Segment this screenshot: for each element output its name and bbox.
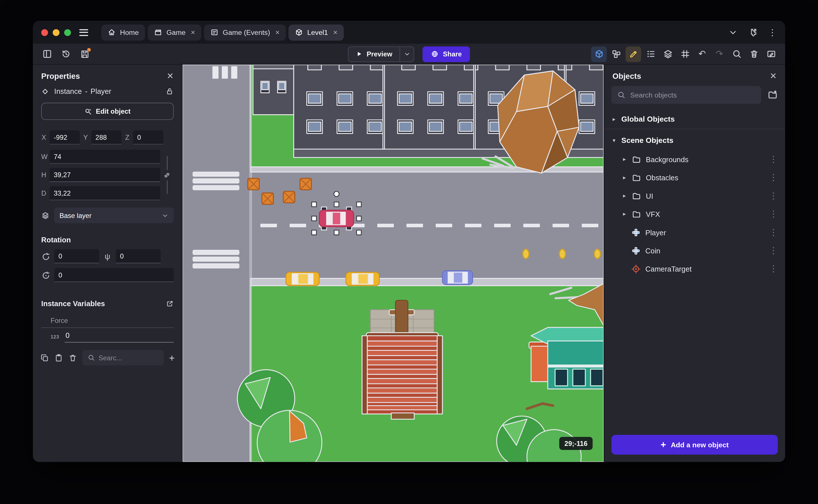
variable-name[interactable]: Force xyxy=(41,313,174,328)
folder-icon xyxy=(632,191,641,200)
add-new-object-button[interactable]: + Add a new object xyxy=(612,435,778,455)
tab-level1[interactable]: Level1 × xyxy=(288,24,344,41)
globe-icon xyxy=(431,50,439,58)
row-options-icon[interactable]: ⋮ xyxy=(769,191,778,200)
layer-select[interactable]: Base layer xyxy=(54,207,174,223)
close-properties-icon[interactable]: ✕ xyxy=(167,72,174,80)
scene-properties-icon[interactable] xyxy=(763,46,779,62)
chevron-right-icon: ▸ xyxy=(622,193,627,199)
teal-building[interactable] xyxy=(529,327,604,389)
objects-search-box[interactable] xyxy=(612,86,761,104)
folder-label: Obstacles xyxy=(646,173,678,182)
save-icon[interactable] xyxy=(77,46,92,62)
preview-split-button[interactable]: Preview xyxy=(348,46,415,62)
history-icon[interactable] xyxy=(58,46,73,62)
row-options-icon[interactable]: ⋮ xyxy=(769,155,778,164)
preview-options-chevron-icon[interactable] xyxy=(400,47,414,62)
delete-icon[interactable] xyxy=(746,46,762,62)
variable-value-row[interactable]: 123 0 xyxy=(41,328,174,343)
undo-icon[interactable]: ↶ xyxy=(694,46,710,62)
height-input[interactable] xyxy=(50,168,160,182)
link-chain-icon[interactable] xyxy=(163,170,171,180)
instance-variables-title: Instance Variables xyxy=(41,299,105,308)
keep-ratio-rail xyxy=(160,150,174,200)
objects-groups-icon[interactable] xyxy=(608,46,624,62)
add-folder-icon[interactable] xyxy=(768,90,778,100)
close-objects-icon[interactable]: ✕ xyxy=(770,72,777,80)
instances-list-icon[interactable] xyxy=(643,46,658,62)
w-label: W xyxy=(41,153,46,161)
panels-layout-icon[interactable] xyxy=(39,46,55,62)
minimize-window-button[interactable] xyxy=(53,29,60,36)
toggle-3d-view-icon[interactable] xyxy=(591,46,607,62)
extensions-puzzle-icon[interactable] xyxy=(748,27,758,37)
tab-close-icon[interactable]: × xyxy=(275,29,280,36)
scene-objects-group[interactable]: ▾ Scene Objects xyxy=(604,129,785,150)
preview-label: Preview xyxy=(367,50,392,58)
object-row-player[interactable]: Player ⋮ xyxy=(604,223,785,241)
width-input[interactable] xyxy=(50,150,160,164)
folder-row-obstacles[interactable]: ▸ Obstacles ⋮ xyxy=(604,168,785,187)
tab-game[interactable]: Game × xyxy=(148,24,201,41)
copy-icon[interactable] xyxy=(40,353,49,362)
edit-tool-pencil-icon[interactable] xyxy=(625,46,641,62)
y-input[interactable] xyxy=(91,130,122,145)
layers-icon[interactable] xyxy=(660,46,676,62)
folder-row-backgrounds[interactable]: ▸ Backgrounds ⋮ xyxy=(604,150,785,168)
z-input[interactable] xyxy=(133,130,163,145)
redo-icon[interactable]: ↷ xyxy=(712,46,727,62)
more-options-icon[interactable]: ⋮ xyxy=(768,28,777,37)
instance-diamond-icon xyxy=(41,87,49,95)
x-input[interactable] xyxy=(50,130,80,145)
red-building[interactable] xyxy=(362,300,442,419)
edit-object-button[interactable]: Edit object xyxy=(41,103,174,120)
blue-car[interactable] xyxy=(443,271,473,285)
folder-row-vfx[interactable]: ▸ VFX ⋮ xyxy=(604,205,785,223)
tab-close-icon[interactable]: × xyxy=(333,29,337,36)
lock-open-icon[interactable] xyxy=(165,87,174,95)
object-row-coin[interactable]: Coin ⋮ xyxy=(604,242,785,260)
folder-row-ui[interactable]: ▸ UI ⋮ xyxy=(604,187,785,205)
row-options-icon[interactable]: ⋮ xyxy=(769,264,778,273)
chevron-down-icon[interactable] xyxy=(728,27,738,37)
variables-search-box[interactable] xyxy=(83,350,164,365)
layer-row: Base layer xyxy=(41,207,174,223)
yellow-car-2[interactable] xyxy=(346,272,379,286)
grid-icon[interactable] xyxy=(677,46,693,62)
app-window: Home Game × Game (Events) × Level1 × xyxy=(33,21,785,462)
open-variables-external-icon[interactable] xyxy=(166,300,174,308)
scene-canvas[interactable]: 29;-116 xyxy=(183,65,604,462)
depth-input[interactable] xyxy=(50,186,160,200)
global-objects-label: Global Objects xyxy=(622,115,675,123)
rotation-x-input[interactable] xyxy=(54,249,99,263)
properties-panel: Properties ✕ Instance - Player Edit obje… xyxy=(33,65,183,462)
add-variable-icon[interactable]: + xyxy=(169,353,175,363)
objects-search-input[interactable] xyxy=(630,91,755,99)
preview-button[interactable]: Preview xyxy=(348,47,399,62)
zoom-window-button[interactable] xyxy=(64,29,71,36)
rotation-y-input[interactable] xyxy=(116,249,160,263)
player-instance-selected[interactable] xyxy=(319,207,354,230)
tab-home[interactable]: Home xyxy=(101,24,145,41)
tab-game-events[interactable]: Game (Events) × xyxy=(204,24,286,41)
share-button[interactable]: Share xyxy=(423,46,470,62)
variables-search-input[interactable] xyxy=(99,354,135,362)
objects-panel: Objects ✕ ▸ Global Objects ▾ Scene O xyxy=(604,65,785,462)
chevron-down-icon xyxy=(162,212,168,219)
paste-icon[interactable] xyxy=(54,353,63,362)
row-options-icon[interactable]: ⋮ xyxy=(769,228,778,237)
object-row-cameratarget[interactable]: CameraTarget ⋮ xyxy=(604,260,785,278)
rotation-z-input[interactable] xyxy=(54,268,174,282)
main-menu-icon[interactable] xyxy=(79,24,95,40)
zoom-icon[interactable] xyxy=(729,46,745,62)
trash-icon[interactable] xyxy=(68,353,77,362)
global-objects-group[interactable]: ▸ Global Objects xyxy=(604,108,785,129)
variable-value[interactable]: 0 xyxy=(64,331,174,342)
properties-title: Properties xyxy=(41,71,80,80)
close-window-button[interactable] xyxy=(41,29,48,36)
row-options-icon[interactable]: ⋮ xyxy=(769,173,778,182)
yellow-car-1[interactable] xyxy=(286,272,319,286)
row-options-icon[interactable]: ⋮ xyxy=(769,209,778,218)
row-options-icon[interactable]: ⋮ xyxy=(769,246,778,255)
tab-close-icon[interactable]: × xyxy=(191,29,195,36)
